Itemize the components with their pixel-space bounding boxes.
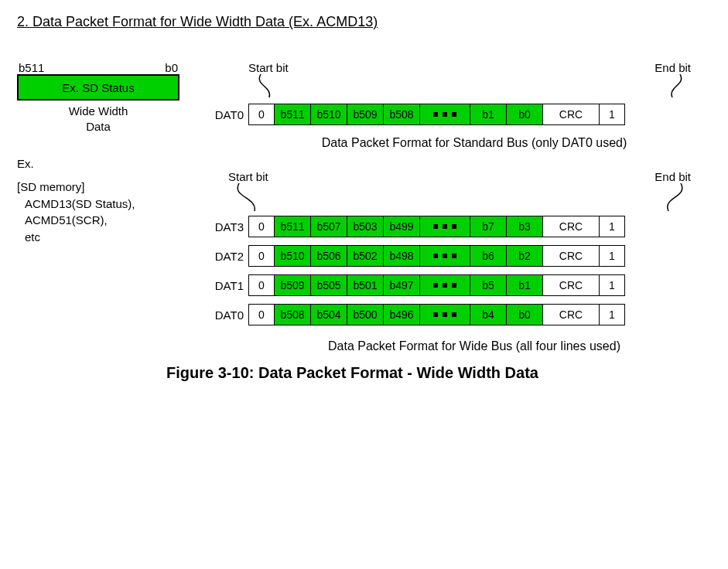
bit-cell: b507 xyxy=(311,216,347,237)
wide-callouts: Start bit End bit xyxy=(183,170,711,213)
bit-cell: b508 xyxy=(384,104,420,124)
start-bit-callout: Start bit xyxy=(228,170,268,213)
bit-cell: b4 xyxy=(470,305,507,325)
figure-title: Figure 3-10: Data Packet Format - Wide W… xyxy=(0,364,711,382)
bit-cell: b3 xyxy=(507,216,543,237)
start-bit-callout: Start bit xyxy=(248,61,289,99)
crc-cell: CRC xyxy=(543,246,600,266)
std-packet: 0 b511 b510 b509 b508 b1 b0 CRC 1 xyxy=(248,104,625,125)
wide-lane-label: DAT3 xyxy=(199,220,248,233)
std-caption: Data Packet Format for Standard Bus (onl… xyxy=(238,136,711,150)
ex-line2: ACMD13(SD Status), xyxy=(17,196,199,213)
wide-packet-stack: DAT3 0 b511 b507 b503 b499 b7 b3 CRC 1 D… xyxy=(199,216,711,325)
ellipsis-cell xyxy=(420,246,470,266)
start-bit-cell: 0 xyxy=(249,246,275,266)
section-heading: 2. Data Packet Format for Wide Width Dat… xyxy=(17,14,711,30)
ellipsis-cell xyxy=(420,275,470,295)
wide-packet-row: DAT2 0 b510 b506 b502 b498 b6 b2 CRC 1 xyxy=(199,245,711,267)
end-bit-cell: 1 xyxy=(600,104,624,124)
bit-cell: b499 xyxy=(384,216,420,237)
wide-width-caption: Wide Width Data xyxy=(17,104,179,134)
ellipsis-cell xyxy=(420,104,470,124)
wide-width-line1: Wide Width xyxy=(17,104,179,119)
wide-lane-label: DAT0 xyxy=(199,308,248,322)
bit-cell: b510 xyxy=(275,246,311,266)
std-packet-row: DAT0 0 b511 b510 b509 b508 b1 b0 CRC 1 xyxy=(199,104,711,125)
callout-curve-icon xyxy=(659,182,687,213)
wide-width-line2: Data xyxy=(17,119,179,135)
wide-caption: Data Packet Format for Wide Bus (all fou… xyxy=(238,339,711,353)
bit-cell: b504 xyxy=(311,305,347,325)
bit-cell: b508 xyxy=(275,305,311,325)
bit-cell: b498 xyxy=(384,246,420,266)
bit-cell: b6 xyxy=(470,246,507,266)
start-bit-cell: 0 xyxy=(249,104,275,124)
lsb-label: b0 xyxy=(165,61,178,74)
start-bit-cell: 0 xyxy=(249,275,275,295)
wide-packet-row: DAT3 0 b511 b507 b503 b499 b7 b3 CRC 1 xyxy=(199,216,711,237)
right-column: Start bit End bit DAT0 0 b511 b510 b509 … xyxy=(199,61,711,358)
bit-cell: b510 xyxy=(311,104,347,124)
wide-packet: 0 b508 b504 b500 b496 b4 b0 CRC 1 xyxy=(248,304,625,325)
wide-lane-label: DAT1 xyxy=(199,279,248,292)
bit-cell: b506 xyxy=(311,246,347,266)
std-lane-label: DAT0 xyxy=(199,108,248,121)
bit-cell: b511 xyxy=(275,104,311,124)
main-layout: b511 b0 Ex. SD Status Wide Width Data Ex… xyxy=(17,61,711,358)
wide-packet: 0 b509 b505 b501 b497 b5 b1 CRC 1 xyxy=(248,274,625,296)
end-bit-cell: 1 xyxy=(600,305,624,325)
ex-label: Ex. xyxy=(17,155,199,172)
start-bit-cell: 0 xyxy=(249,305,275,325)
ex-line3: ACMD51(SCR), xyxy=(17,212,199,229)
bit-cell: b511 xyxy=(275,216,311,237)
example-block: Ex. [SD memory] ACMD13(SD Status), ACMD5… xyxy=(17,155,199,246)
crc-cell: CRC xyxy=(543,305,600,325)
bit-cell: b1 xyxy=(470,104,507,124)
bit-endpoints: b511 b0 xyxy=(17,61,179,74)
wide-packet: 0 b511 b507 b503 b499 b7 b3 CRC 1 xyxy=(248,216,625,237)
crc-cell: CRC xyxy=(543,275,600,295)
wide-packet-row: DAT0 0 b508 b504 b500 b496 b4 b0 CRC 1 xyxy=(199,304,711,325)
callout-curve-icon xyxy=(661,73,685,99)
bit-cell: b503 xyxy=(347,216,384,237)
bit-cell: b505 xyxy=(311,275,347,295)
start-bit-cell: 0 xyxy=(249,216,275,237)
sd-status-box: Ex. SD Status xyxy=(17,74,179,101)
wide-lane-label: DAT2 xyxy=(199,250,248,263)
bit-cell: b509 xyxy=(275,275,311,295)
end-bit-callout: End bit xyxy=(655,170,691,213)
ex-line1: [SD memory] xyxy=(17,179,199,196)
end-bit-cell: 1 xyxy=(600,216,624,237)
end-bit-cell: 1 xyxy=(600,246,624,266)
bit-cell: b496 xyxy=(384,305,420,325)
crc-cell: CRC xyxy=(543,216,600,237)
callout-curve-icon xyxy=(234,182,262,213)
bit-cell: b7 xyxy=(470,216,507,237)
ellipsis-cell xyxy=(420,216,470,237)
left-column: b511 b0 Ex. SD Status Wide Width Data Ex… xyxy=(17,61,199,246)
wide-packet-row: DAT1 0 b509 b505 b501 b497 b5 b1 CRC 1 xyxy=(199,274,711,296)
bit-cell: b509 xyxy=(347,104,384,124)
bit-cell: b497 xyxy=(384,275,420,295)
callout-curve-icon xyxy=(257,73,280,99)
bit-cell: b5 xyxy=(470,275,507,295)
ex-line4: etc xyxy=(17,229,199,246)
bit-cell: b500 xyxy=(347,305,384,325)
end-bit-callout: End bit xyxy=(655,61,691,99)
std-callouts: Start bit End bit xyxy=(199,61,711,99)
wide-packet: 0 b510 b506 b502 b498 b6 b2 CRC 1 xyxy=(248,245,625,267)
bit-cell: b0 xyxy=(507,305,543,325)
bit-cell: b2 xyxy=(507,246,543,266)
msb-label: b511 xyxy=(19,61,44,74)
ellipsis-cell xyxy=(420,305,470,325)
bit-cell: b501 xyxy=(347,275,384,295)
end-bit-cell: 1 xyxy=(600,275,624,295)
bit-cell: b502 xyxy=(347,246,384,266)
bit-cell: b1 xyxy=(507,275,543,295)
bit-cell: b0 xyxy=(507,104,543,124)
crc-cell: CRC xyxy=(543,104,600,124)
